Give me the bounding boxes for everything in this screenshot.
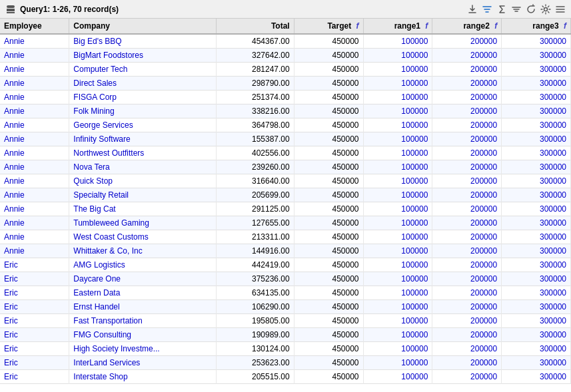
col-header-total[interactable]: Total <box>216 19 294 34</box>
cell-target: 450000 <box>294 356 363 370</box>
cell-range1: 100000 <box>363 34 432 49</box>
cell-range3: 300000 <box>502 104 571 118</box>
cell-target: 450000 <box>294 77 363 91</box>
cell-employee: Eric <box>0 356 69 370</box>
cell-company: Fast Transportation <box>69 314 217 328</box>
cell-range2: 200000 <box>432 202 502 216</box>
table-row: EricAMG Logistics442419.0045000010000020… <box>0 258 571 272</box>
col-header-target[interactable]: Target f <box>294 19 363 34</box>
table-row: EricInterLand Services253623.00450000100… <box>0 356 571 370</box>
cell-range2: 200000 <box>432 356 502 370</box>
col-header-company[interactable]: Company <box>69 19 217 34</box>
cell-employee: Annie <box>0 230 69 244</box>
menu-icon[interactable] <box>555 4 566 15</box>
cell-company: Direct Sales <box>69 77 217 91</box>
cell-company: Eastern Data <box>69 286 217 300</box>
cell-range2: 200000 <box>432 160 502 174</box>
cell-range3: 300000 <box>502 34 571 49</box>
cell-range3: 300000 <box>502 244 571 258</box>
cell-company: Big Ed's BBQ <box>69 34 217 49</box>
cell-employee: Eric <box>0 286 69 300</box>
cell-range2: 200000 <box>432 314 502 328</box>
sort-icon[interactable] <box>511 4 522 15</box>
cell-range1: 100000 <box>363 188 432 202</box>
toolbar-left: Query1: 1-26, 70 record(s) <box>5 4 119 15</box>
cell-total: 327642.00 <box>216 49 294 63</box>
filter-icon[interactable] <box>482 4 492 15</box>
cell-employee: Annie <box>0 104 69 118</box>
sigma-icon[interactable] <box>496 4 507 15</box>
cell-target: 450000 <box>294 286 363 300</box>
cell-range1: 100000 <box>363 91 432 104</box>
cell-total: 253623.00 <box>216 356 294 370</box>
table-row: EricInterstate Shop205515.00450000100000… <box>0 370 571 384</box>
col-header-employee[interactable]: Employee <box>0 19 69 34</box>
cell-range1: 100000 <box>363 370 432 384</box>
cell-total: 195805.00 <box>216 314 294 328</box>
cell-target: 450000 <box>294 63 363 77</box>
cell-range1: 100000 <box>363 286 432 300</box>
cell-target: 450000 <box>294 328 363 342</box>
cell-employee: Eric <box>0 370 69 384</box>
col-header-range3[interactable]: range3 f <box>502 19 571 34</box>
download-icon[interactable] <box>467 4 478 15</box>
table-row: AnnieBigMart Foodstores327642.0045000010… <box>0 49 571 63</box>
cell-range3: 300000 <box>502 328 571 342</box>
cell-employee: Eric <box>0 300 69 314</box>
cell-total: 205515.00 <box>216 370 294 384</box>
settings-icon[interactable] <box>540 4 551 15</box>
cell-company: George Services <box>69 118 217 132</box>
cell-range3: 300000 <box>502 174 571 188</box>
cell-company: Folk Mining <box>69 104 217 118</box>
cell-range2: 200000 <box>432 118 502 132</box>
cell-range3: 300000 <box>502 216 571 230</box>
cell-range1: 100000 <box>363 118 432 132</box>
cell-employee: Annie <box>0 34 69 49</box>
cell-total: 375236.00 <box>216 272 294 286</box>
cell-target: 450000 <box>294 160 363 174</box>
cell-range1: 100000 <box>363 272 432 286</box>
table-header-row: Employee Company Total Target f range1 f… <box>0 19 571 34</box>
table-row: AnnieWest Coast Customs213311.0045000010… <box>0 230 571 244</box>
cell-total: 298790.00 <box>216 77 294 91</box>
cell-range1: 100000 <box>363 146 432 160</box>
cell-employee: Eric <box>0 314 69 328</box>
table-row: AnnieBig Ed's BBQ454367.0045000010000020… <box>0 34 571 49</box>
cell-company: Computer Tech <box>69 63 217 77</box>
toolbar-icons <box>467 4 566 15</box>
cell-range2: 200000 <box>432 328 502 342</box>
cell-company: FISGA Corp <box>69 91 217 104</box>
cell-range3: 300000 <box>502 342 571 356</box>
table-row: AnnieNorthwest Outfitters402556.00450000… <box>0 146 571 160</box>
table-row: AnnieQuick Stop316640.004500001000002000… <box>0 174 571 188</box>
col-header-range1[interactable]: range1 f <box>363 19 432 34</box>
cell-range2: 200000 <box>432 188 502 202</box>
col-header-range2[interactable]: range2 f <box>432 19 502 34</box>
cell-target: 450000 <box>294 300 363 314</box>
cell-range3: 300000 <box>502 77 571 91</box>
refresh-icon[interactable] <box>526 4 536 15</box>
cell-range1: 100000 <box>363 160 432 174</box>
cell-target: 450000 <box>294 118 363 132</box>
cell-target: 450000 <box>294 146 363 160</box>
cell-employee: Annie <box>0 216 69 230</box>
table-row: AnnieThe Big Cat291125.00450000100000200… <box>0 202 571 216</box>
cell-range1: 100000 <box>363 300 432 314</box>
cell-range2: 200000 <box>432 77 502 91</box>
cell-range3: 300000 <box>502 356 571 370</box>
cell-total: 106290.00 <box>216 300 294 314</box>
cell-company: The Big Cat <box>69 202 217 216</box>
cell-employee: Annie <box>0 174 69 188</box>
cell-range2: 200000 <box>432 174 502 188</box>
cell-range1: 100000 <box>363 202 432 216</box>
cell-range2: 200000 <box>432 91 502 104</box>
cell-total: 364798.00 <box>216 118 294 132</box>
cell-employee: Eric <box>0 258 69 272</box>
cell-total: 316640.00 <box>216 174 294 188</box>
cell-target: 450000 <box>294 230 363 244</box>
cell-range3: 300000 <box>502 146 571 160</box>
cell-range1: 100000 <box>363 342 432 356</box>
cell-target: 450000 <box>294 216 363 230</box>
query-title: Query1: 1-26, 70 record(s) <box>20 5 119 14</box>
cell-employee: Annie <box>0 77 69 91</box>
